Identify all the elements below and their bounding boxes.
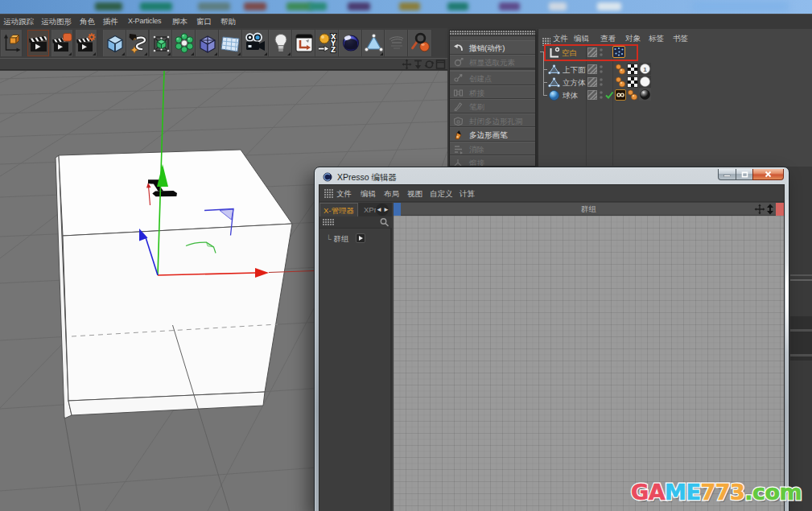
render-magnifier-icon[interactable] xyxy=(408,30,432,56)
om-object-name[interactable]: 上下面 xyxy=(563,64,586,76)
om-menu-file[interactable]: 文件 xyxy=(553,32,568,45)
motion-clapper-box-icon[interactable] xyxy=(52,30,73,56)
deform-cube-icon[interactable] xyxy=(196,30,219,56)
toggle-view-icon[interactable] xyxy=(435,59,446,70)
om-menu-view[interactable]: 查看 xyxy=(600,32,616,45)
xpresso-menu-file[interactable]: 文件 xyxy=(336,185,352,202)
menu-mograph[interactable]: 运动图形 xyxy=(41,14,72,28)
visibility-dots-icon[interactable] xyxy=(599,64,604,75)
context-item-undo[interactable]: 撤销(动作) xyxy=(450,40,535,55)
context-item-weld: 熔接 xyxy=(450,155,535,167)
cube-object[interactable] xyxy=(56,150,292,418)
context-item-poly-pen[interactable]: 多边形画笔 xyxy=(450,127,535,142)
phong-tag-icon[interactable] xyxy=(615,64,626,75)
camera-icon[interactable] xyxy=(242,30,269,56)
tab-scroll-button[interactable]: ◄► xyxy=(376,204,389,216)
uvw-tag-icon[interactable] xyxy=(627,64,638,75)
xpresso-canvas-header: 群组 xyxy=(394,203,784,216)
menu-plugins[interactable]: 插件 xyxy=(103,14,118,28)
om-menu-objects[interactable]: 对象 xyxy=(625,32,641,45)
xpresso-window-titlebar[interactable]: XPresso 编辑器 xyxy=(323,171,397,183)
material-tag-icon[interactable] xyxy=(639,76,651,88)
canvas-red-handle[interactable] xyxy=(776,203,784,216)
spline-pen-icon[interactable] xyxy=(126,30,149,56)
sky-icon[interactable] xyxy=(339,30,362,56)
xpresso-window-content: 文件 编辑 布局 视图 自定义 计算 X-管理器 XPre ◄► └ 群 xyxy=(319,184,785,511)
menu-xparticles[interactable]: X-Particles xyxy=(128,14,161,28)
array-icon[interactable] xyxy=(172,30,196,56)
xpresso-menu-custom[interactable]: 自定义 xyxy=(430,185,453,202)
weld-icon xyxy=(453,158,464,167)
xpresso-window-title: XPresso 编辑器 xyxy=(337,172,397,182)
edit-mesh-icon[interactable] xyxy=(150,30,172,56)
material-tag-dark-icon[interactable] xyxy=(639,89,651,101)
om-menu-tags[interactable]: 标签 xyxy=(649,32,664,45)
coordinates-icon[interactable]: XYZ xyxy=(315,30,339,56)
close-button[interactable] xyxy=(752,169,784,180)
xpresso-menu-edit[interactable]: 编辑 xyxy=(361,185,376,202)
annotation-red-box xyxy=(544,44,638,61)
desktop-icon-blob xyxy=(447,2,468,10)
watermark-text: GAME773.com xyxy=(631,480,802,505)
xpresso-search-grip[interactable] xyxy=(323,219,334,226)
menu-motion-tracker[interactable]: 运动跟踪 xyxy=(3,14,34,28)
om-row-cube[interactable]: 立方体 xyxy=(538,76,812,89)
axes-cube-icon[interactable] xyxy=(1,30,23,56)
visibility-dots-icon[interactable] xyxy=(599,89,604,101)
motion-clapper-icon[interactable] xyxy=(27,30,49,56)
layer-icon[interactable] xyxy=(587,64,597,74)
context-menu-grip[interactable] xyxy=(450,31,535,36)
uvw-tag-icon[interactable] xyxy=(627,76,638,88)
stage-icon[interactable] xyxy=(385,30,408,56)
bg-panel-line xyxy=(790,274,812,276)
emitter-icon[interactable] xyxy=(362,30,385,56)
canvas-vscroll-icon[interactable] xyxy=(765,204,775,215)
tree-item-group[interactable]: 群组 xyxy=(333,234,348,243)
xpresso-canvas[interactable]: 群组 xyxy=(394,203,784,511)
enabled-check-icon[interactable] xyxy=(604,90,614,100)
light-icon[interactable] xyxy=(269,30,292,56)
phong-tag-icon[interactable] xyxy=(627,89,638,101)
workplane-icon[interactable] xyxy=(292,30,315,56)
layer-icon[interactable] xyxy=(587,77,597,87)
menu-character[interactable]: 角色 xyxy=(80,14,95,28)
dissolve-icon xyxy=(453,144,464,155)
xpresso-menu-layout[interactable]: 布局 xyxy=(384,185,399,202)
om-menu-bookmarks[interactable]: 书签 xyxy=(673,32,688,45)
motion-clapper-gear-icon[interactable] xyxy=(76,30,97,56)
xpresso-window: XPresso 编辑器 文件 编辑 布局 视图 自定义 计算 X-管理器 XPr… xyxy=(314,167,789,511)
minimize-button[interactable] xyxy=(718,169,736,180)
grid-axis-line2 xyxy=(64,417,80,511)
desktop-icon-blob xyxy=(244,2,266,10)
om-object-name[interactable]: 立方体 xyxy=(563,76,586,89)
canvas-pan-icon[interactable] xyxy=(754,204,765,215)
om-row-topbottom[interactable]: 上下面 1 xyxy=(538,63,812,76)
layer-icon[interactable] xyxy=(587,90,597,100)
visibility-dots-icon[interactable] xyxy=(599,76,604,88)
xpresso-menu-grip[interactable] xyxy=(324,189,333,198)
xpresso-menu-view[interactable]: 视图 xyxy=(407,185,422,202)
om-menu-edit[interactable]: 编辑 xyxy=(574,32,589,45)
xpresso-search-row xyxy=(319,216,392,229)
group-node-icon[interactable] xyxy=(356,233,365,243)
om-object-name[interactable]: 球体 xyxy=(563,89,578,101)
phong-tag-icon[interactable] xyxy=(615,76,626,88)
om-row-sphere[interactable]: 球体 xyxy=(538,89,812,101)
pan-icon[interactable] xyxy=(402,59,412,70)
maximize-button[interactable] xyxy=(736,169,752,180)
zoom-icon[interactable] xyxy=(413,59,423,70)
search-icon[interactable] xyxy=(379,217,390,228)
rotate-icon[interactable] xyxy=(424,59,435,70)
material-tag-icon[interactable]: 1 xyxy=(639,63,651,75)
context-item-bridge: 桥接 xyxy=(450,85,535,100)
menu-script[interactable]: 脚本 xyxy=(172,14,188,28)
xpresso-menu-calc[interactable]: 计算 xyxy=(460,185,475,202)
xpresso-canvas-grid[interactable] xyxy=(394,216,784,511)
xpresso-tree: └ 群组 xyxy=(326,233,365,245)
tab-x-manager[interactable]: X-管理器 xyxy=(319,203,358,216)
menu-help[interactable]: 帮助 xyxy=(221,14,236,28)
floor-icon[interactable] xyxy=(219,30,242,56)
display-tag-icon[interactable] xyxy=(615,89,626,101)
add-cube-icon[interactable] xyxy=(103,30,126,56)
menu-window[interactable]: 窗口 xyxy=(196,14,212,28)
